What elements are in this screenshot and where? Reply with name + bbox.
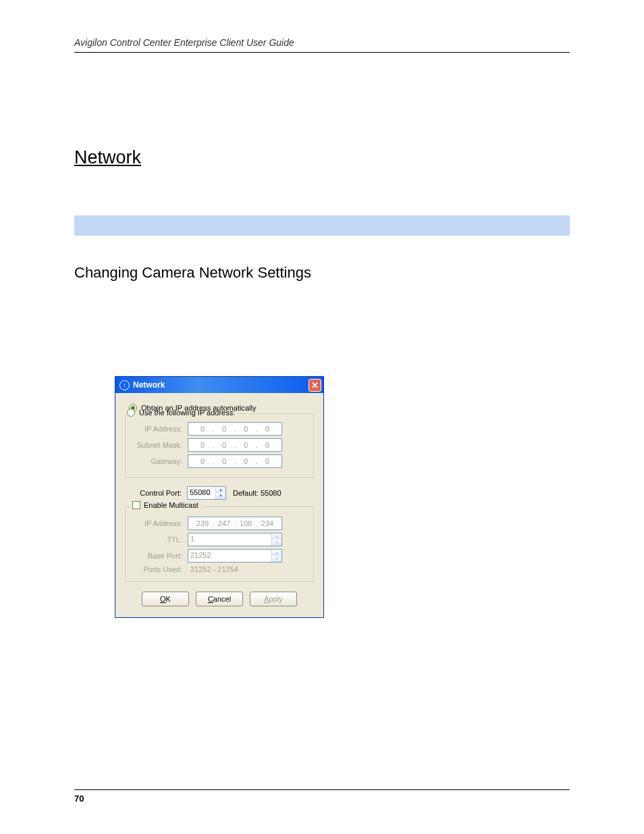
multicast-group: Enable Multicast IP Address: 239. 247. 1… (125, 506, 314, 582)
spinner-arrows[interactable]: ▲▼ (271, 550, 281, 562)
mc-ip-field[interactable]: 239. 247. 108. 234 (188, 517, 282, 530)
control-port-field[interactable]: 55080 ▲▼ (187, 486, 226, 500)
radio-use-following[interactable]: Use the following IP address: (127, 409, 238, 417)
ok-button[interactable]: OK (142, 592, 189, 606)
enable-multicast-label: Enable Multicast (144, 501, 198, 509)
page-footer: 70 (74, 789, 570, 804)
base-port-label: Base Port: (131, 552, 188, 560)
radio-icon (127, 409, 135, 417)
ip-address-field[interactable]: 0. 0. 0. 0 (188, 422, 282, 436)
subnet-mask-field[interactable]: 0. 0. 0. 0 (188, 438, 282, 452)
default-port-label: Default: 55080 (233, 489, 281, 497)
dialog-title: Network (133, 380, 308, 390)
spinner-arrows[interactable]: ▲▼ (215, 487, 225, 499)
checkbox-icon (132, 501, 140, 509)
ports-used-value: 21252 - 21254 (188, 565, 238, 573)
subsection-title: Changing Camera Network Settings (74, 264, 570, 282)
enable-multicast-checkbox[interactable]: Enable Multicast (130, 501, 201, 509)
base-port-field[interactable]: 21252 ▲▼ (188, 549, 282, 563)
close-icon[interactable]: ✕ (308, 379, 321, 392)
ttl-label: TTL: (131, 536, 188, 544)
dialog-body: Obtain an IP address automatically Use t… (115, 393, 323, 617)
apply-button[interactable]: Apply (250, 592, 297, 606)
section-title: Network (74, 147, 570, 168)
control-port-label: Control Port: (125, 489, 187, 497)
network-dialog: ↑ Network ✕ Obtain an IP address automat… (115, 376, 324, 618)
gateway-label: Gateway: (131, 457, 188, 465)
page-header: Avigilon Control Center Enterprise Clien… (74, 37, 570, 53)
ports-used-label: Ports Used: (131, 565, 188, 573)
mc-ip-label: IP Address: (131, 519, 188, 527)
radio-label: Use the following IP address: (139, 409, 235, 417)
page-number: 70 (74, 793, 84, 804)
spinner-arrows[interactable]: ▲▼ (271, 533, 281, 546)
cancel-button[interactable]: Cancel (196, 592, 243, 606)
network-icon: ↑ (119, 380, 130, 390)
ip-address-label: IP Address: (131, 425, 188, 433)
subnet-mask-label: Subnet Mask: (131, 441, 188, 449)
dialog-titlebar[interactable]: ↑ Network ✕ (115, 377, 323, 393)
blue-divider-bar (74, 215, 570, 236)
static-ip-group: Use the following IP address: IP Address… (125, 413, 314, 478)
ttl-field[interactable]: 1 ▲▼ (188, 533, 282, 546)
gateway-field[interactable]: 0. 0. 0. 0 (188, 454, 282, 468)
